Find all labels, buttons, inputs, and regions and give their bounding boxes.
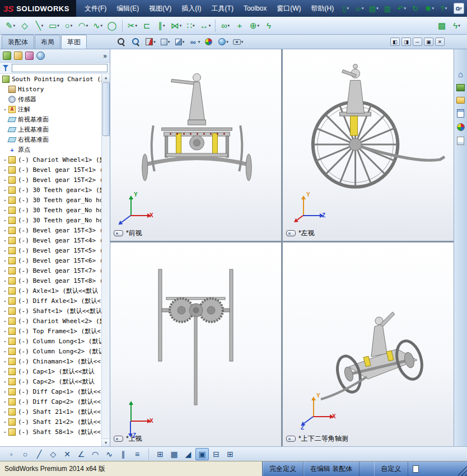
- property-manager-tab-icon[interactable]: [14, 52, 22, 60]
- expand-arrow-icon[interactable]: ▸: [2, 278, 8, 283]
- tree-item[interactable]: ▸ 注解: [0, 104, 101, 114]
- expand-arrow-icon[interactable]: ▸: [2, 248, 8, 253]
- tree-item[interactable]: ▸ (-) Chariot Wheel<2> (默: [0, 316, 101, 326]
- zoom-area-button[interactable]: [129, 36, 143, 48]
- linear-pattern-button[interactable]: ∷ ▾: [184, 18, 198, 33]
- edit-appearance-button[interactable]: [202, 36, 216, 48]
- tree-item[interactable]: History: [0, 84, 101, 94]
- instant3d-button[interactable]: ϟ ▾: [450, 18, 464, 33]
- menu-toolbox[interactable]: Toolbox: [239, 0, 272, 17]
- undo-button[interactable]: ↶ ▾: [395, 2, 408, 15]
- minimize-button[interactable]: ─: [413, 38, 422, 46]
- expand-arrow-icon[interactable]: ▸: [2, 379, 8, 384]
- tree-item[interactable]: ▸ (-) Bevel gear 15T<2> (默: [0, 175, 101, 185]
- tab-layout[interactable]: 布局: [35, 35, 60, 49]
- viewport-left-view[interactable]: Y Z *左视: [283, 49, 454, 241]
- grid-snap-button[interactable]: ⊞: [153, 448, 167, 460]
- sketch-spline-button[interactable]: ∿: [102, 448, 116, 460]
- sketch-line-button[interactable]: ╱: [32, 448, 46, 460]
- design-library-icon[interactable]: [456, 84, 465, 91]
- tree-item[interactable]: 传感器: [0, 94, 101, 104]
- new-document-button[interactable]: ▯ ▾: [339, 2, 352, 15]
- isometric-sketch-button[interactable]: ◢: [181, 448, 195, 460]
- expand-arrow-icon[interactable]: ▸: [2, 419, 8, 424]
- tree-item[interactable]: ▸ (-) Bevel gear 15T<6> (默: [0, 255, 101, 265]
- tree-item[interactable]: 上视基准面: [0, 124, 101, 134]
- expand-arrow-icon[interactable]: ▸: [2, 359, 8, 364]
- sketch-polygon-button[interactable]: ◇: [46, 448, 60, 460]
- sketch-button[interactable]: ✎ ▾: [3, 18, 17, 33]
- sketch-picture-button[interactable]: ▩: [435, 18, 449, 33]
- scroll-up-button[interactable]: ▲: [102, 74, 110, 82]
- expand-arrow-icon[interactable]: ▸: [2, 409, 8, 414]
- mirror-entities-button[interactable]: ⋈ ▾: [169, 18, 183, 33]
- custom-properties-icon[interactable]: [457, 137, 464, 145]
- move-entities-button[interactable]: ↔ ▾: [198, 18, 212, 33]
- expand-arrow-icon[interactable]: ▸: [2, 268, 8, 273]
- tree-item[interactable]: ▸ (-) Column Long<1> (默认: [0, 336, 101, 346]
- expand-arrow-icon[interactable]: ▸: [2, 298, 8, 304]
- rapid-sketch-button[interactable]: ϟ: [262, 18, 276, 33]
- configuration-manager-tab-icon[interactable]: [25, 52, 34, 60]
- tree-item[interactable]: ▸ (-) Chinaman<1> (默认<<: [0, 356, 101, 366]
- expand-arrow-icon[interactable]: ▸: [2, 319, 8, 324]
- tree-item[interactable]: ▸ (-) Shaft 21<2> (默认<<: [0, 417, 101, 427]
- menu-tools[interactable]: 工具(T): [207, 0, 239, 17]
- tree-item[interactable]: ▸ (-) Bevel gear 15T<8> (默: [0, 276, 101, 286]
- sketch-arc-button[interactable]: ◠: [88, 448, 102, 460]
- tree-item[interactable]: ▸ (-) Shaft 58<1> (默认<<: [0, 427, 101, 437]
- viewport-isometric-view[interactable]: Y X Z *上下二等角轴测: [283, 242, 454, 446]
- panel-collapse-button[interactable]: »: [103, 52, 107, 60]
- expand-arrow-icon[interactable]: ▸: [2, 157, 8, 162]
- expand-arrow-icon[interactable]: ▸: [2, 228, 8, 233]
- tree-item[interactable]: 原点: [0, 144, 101, 155]
- help-button[interactable]: ? ▾: [437, 2, 450, 15]
- tree-item[interactable]: ▸ (-) 30 Teeth gear_No ho: [0, 205, 101, 215]
- expand-arrow-icon[interactable]: ▸: [2, 369, 8, 374]
- sketch-point-button[interactable]: ◦: [4, 448, 18, 460]
- view-settings-button[interactable]: ▾: [231, 36, 245, 48]
- section-view-button[interactable]: ▾: [144, 36, 157, 48]
- display-relations-button[interactable]: ∞ ▾: [218, 18, 232, 33]
- tree-item[interactable]: ▸ (-) 30 Teeth gear_No ho: [0, 195, 101, 205]
- expand-arrow-icon[interactable]: ▸: [2, 238, 8, 243]
- expand-arrow-icon[interactable]: ▸: [2, 198, 8, 203]
- sketch-trim-button[interactable]: ✕: [60, 448, 74, 460]
- tree-root-item[interactable]: South Pointing Chariot (默: [0, 74, 101, 84]
- expand-arrow-icon[interactable]: ▸: [2, 399, 8, 404]
- view-orientation-button[interactable]: ▾: [158, 36, 172, 48]
- print-button[interactable]: ▥: [381, 2, 394, 15]
- display-manager-tab-icon[interactable]: [36, 52, 45, 60]
- tree-item[interactable]: ▸ (-) Axle<1> (默认<<默认: [0, 286, 101, 296]
- tree-item[interactable]: ▸ (-) Diff Cap<2> (默认<<: [0, 396, 101, 407]
- resize-grip[interactable]: [458, 461, 467, 476]
- menu-view[interactable]: 视图(V): [144, 0, 176, 17]
- tree-filter-input[interactable]: [12, 64, 108, 72]
- expand-arrow-icon[interactable]: ▸: [2, 288, 8, 293]
- expand-arrow-icon[interactable]: ▸: [2, 329, 8, 334]
- expand-arrow-icon[interactable]: ▸: [2, 107, 8, 112]
- repair-sketch-button[interactable]: +: [233, 18, 247, 33]
- viewport-front-view[interactable]: Y X *前视: [110, 49, 281, 241]
- tree-item[interactable]: ▸ (-) Cap<2> (默认<<默认: [0, 376, 101, 386]
- tree-item[interactable]: ▸ (-) Cap<1> (默认<<默认: [0, 366, 101, 376]
- smart-dimension-button[interactable]: ◇: [18, 18, 32, 33]
- file-explorer-icon[interactable]: [456, 97, 465, 104]
- feature-manager-tab-icon[interactable]: [3, 52, 11, 60]
- ellipse-button[interactable]: ◯: [105, 18, 119, 33]
- expand-arrow-icon[interactable]: ▸: [2, 208, 8, 213]
- restore-button[interactable]: ▣: [424, 38, 433, 46]
- offset-entities-button[interactable]: ∥ ▾: [155, 18, 169, 33]
- sketch-circle-button[interactable]: ○: [18, 448, 32, 460]
- tab-assembly[interactable]: 装配体: [2, 35, 34, 49]
- sketch-settings-button[interactable]: ≡: [130, 448, 144, 460]
- tree-scrollbar[interactable]: ▲ ▼: [101, 74, 110, 446]
- zoom-fit-button[interactable]: [115, 36, 128, 48]
- expand-arrow-icon[interactable]: ▸: [2, 167, 8, 172]
- tree-item[interactable]: ▸ (-) Bevel gear 15T<4> (默: [0, 235, 101, 245]
- tree-item[interactable]: ▸ (-) 30 Teeth gear<1> (默: [0, 185, 101, 195]
- circle-button[interactable]: ○ ▾: [62, 18, 76, 33]
- tree-item[interactable]: ▸ (-) Bevel gear 15T<7> (默: [0, 265, 101, 276]
- appearances-icon[interactable]: [457, 123, 465, 131]
- menu-help[interactable]: 帮助(H): [306, 0, 339, 17]
